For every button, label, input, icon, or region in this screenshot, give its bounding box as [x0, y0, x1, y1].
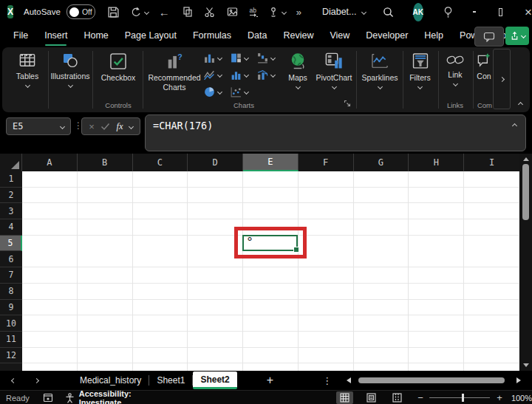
histogram-chart-button[interactable]: [230, 69, 248, 81]
picture-button[interactable]: [226, 6, 239, 18]
row-header-5-selected[interactable]: 5: [0, 236, 22, 252]
column-header-a[interactable]: A: [22, 154, 78, 171]
comments-button[interactable]: [474, 27, 504, 47]
enter-formula-button[interactable]: [100, 123, 110, 131]
formula-input[interactable]: =CHAR(176): [145, 114, 526, 151]
row-header-9[interactable]: 9: [0, 300, 22, 316]
combo-chart-button[interactable]: [256, 69, 275, 81]
touch-mode-button[interactable]: [267, 6, 286, 18]
column-header-d[interactable]: D: [188, 154, 243, 171]
collapse-formula-bar-button[interactable]: [512, 123, 517, 129]
worksheet-cells[interactable]: [22, 171, 519, 371]
column-header-e-selected[interactable]: E: [243, 154, 299, 171]
tab-insert[interactable]: Insert: [44, 30, 67, 41]
zoom-in-button[interactable]: +: [497, 392, 502, 403]
comment-button[interactable]: Con: [474, 52, 494, 81]
sheet-prev-button[interactable]: [11, 377, 16, 383]
status-mode[interactable]: Ready: [6, 394, 30, 403]
tab-formulas[interactable]: Formulas: [193, 30, 231, 41]
row-header-4[interactable]: 4: [0, 219, 22, 236]
row-header-10[interactable]: 10: [0, 315, 22, 332]
column-header-h[interactable]: H: [409, 154, 464, 171]
checkbox-button[interactable]: Checkbox: [95, 52, 141, 83]
row-header-3[interactable]: 3: [0, 203, 22, 219]
column-header-b[interactable]: B: [78, 154, 133, 171]
row-header-12[interactable]: 12: [0, 348, 22, 364]
column-header-f[interactable]: F: [299, 154, 354, 171]
tab-file[interactable]: File: [13, 30, 28, 41]
row-header-11[interactable]: 11: [0, 332, 22, 348]
back-arrow-button[interactable]: ←: [159, 6, 170, 18]
row-header-1[interactable]: 1: [0, 171, 22, 188]
undo-dropdown-icon[interactable]: [144, 9, 149, 14]
share-button[interactable]: [505, 27, 529, 45]
tab-home[interactable]: Home: [83, 30, 108, 41]
minimize-button[interactable]: [473, 11, 476, 12]
pivotchart-button[interactable]: PivotChart: [313, 52, 355, 89]
translate-button[interactable]: ab: [248, 6, 260, 18]
line-chart-button[interactable]: [203, 69, 222, 81]
undo-button[interactable]: [130, 6, 149, 18]
filters-button[interactable]: Filters: [403, 52, 437, 89]
vertical-scroll-thumb[interactable]: [522, 164, 529, 220]
zoom-slider-thumb[interactable]: [462, 394, 464, 402]
row-header-6[interactable]: 6: [0, 251, 22, 267]
zoom-slider[interactable]: [429, 397, 491, 398]
hierarchy-chart-button[interactable]: [230, 52, 248, 64]
close-button[interactable]: ×: [525, 6, 532, 18]
tab-data[interactable]: Data: [248, 30, 267, 41]
ribbon-scroll-right-button[interactable]: [493, 49, 511, 109]
vertical-scrollbar[interactable]: [519, 154, 532, 371]
cancel-formula-button[interactable]: ×: [89, 121, 95, 132]
scroll-down-icon[interactable]: [523, 363, 529, 367]
pie-chart-button[interactable]: [203, 86, 222, 98]
tab-help[interactable]: Help: [424, 30, 443, 41]
sheet-options-button[interactable]: ⋮: [322, 375, 332, 386]
illustrations-button[interactable]: Illustrations: [50, 52, 91, 87]
sparklines-button[interactable]: Sparklines: [358, 52, 401, 89]
tables-button[interactable]: Tables: [8, 52, 47, 87]
page-break-preview-button[interactable]: [389, 391, 406, 404]
hscroll-right-icon[interactable]: [516, 377, 521, 383]
insert-function-button[interactable]: fx: [116, 121, 123, 132]
cut-button[interactable]: [204, 6, 216, 18]
recommended-charts-button[interactable]: ? Recommended Charts: [145, 52, 204, 92]
column-header-i[interactable]: I: [464, 154, 519, 171]
qat-overflow-button[interactable]: »: [296, 7, 301, 18]
scatter-chart-button[interactable]: [230, 86, 248, 98]
tab-page-layout[interactable]: Page Layout: [125, 30, 177, 41]
zoom-out-button[interactable]: −: [417, 392, 423, 403]
sheet-tab-sheet2-active[interactable]: Sheet2: [193, 372, 236, 389]
excel-logo-icon[interactable]: X: [7, 5, 13, 18]
link-button[interactable]: Link: [440, 52, 470, 86]
column-header-g[interactable]: G: [354, 154, 409, 171]
scroll-up-icon[interactable]: [523, 157, 529, 161]
sheet-next-button[interactable]: [34, 377, 39, 383]
maximize-button[interactable]: [499, 8, 502, 16]
waterfall-chart-button[interactable]: [256, 52, 275, 64]
zoom-level[interactable]: 100%: [511, 394, 532, 403]
copy-button[interactable]: [182, 6, 194, 18]
macro-record-icon[interactable]: [43, 393, 53, 403]
sheet-tab-medical-history[interactable]: Medical_history: [72, 375, 149, 386]
accessibility-status[interactable]: Accessibility: Investigate: [79, 389, 172, 404]
normal-view-button[interactable]: [336, 391, 353, 404]
maps-button[interactable]: Maps: [282, 52, 314, 89]
touch-mode-dropdown-icon[interactable]: [282, 9, 287, 14]
tab-review[interactable]: Review: [283, 30, 313, 41]
sheet-tab-sheet1[interactable]: Sheet1: [149, 375, 192, 386]
column-header-c[interactable]: C: [133, 154, 188, 171]
search-button[interactable]: [382, 6, 395, 18]
name-box[interactable]: E5: [6, 117, 71, 135]
autosave-toggle[interactable]: Off: [66, 4, 95, 19]
tell-me-lightbulb-icon[interactable]: [443, 6, 454, 18]
horizontal-scroll-thumb[interactable]: [358, 377, 505, 383]
tab-developer[interactable]: Developer: [366, 30, 408, 41]
charts-dialog-launcher[interactable]: [344, 100, 352, 108]
collapse-ribbon-button[interactable]: [514, 99, 527, 109]
page-layout-view-button[interactable]: [363, 391, 380, 404]
row-header-8[interactable]: 8: [0, 284, 22, 300]
row-header-2[interactable]: 2: [0, 188, 22, 204]
row-header-7[interactable]: 7: [0, 267, 22, 284]
select-all-corner[interactable]: [0, 154, 22, 171]
